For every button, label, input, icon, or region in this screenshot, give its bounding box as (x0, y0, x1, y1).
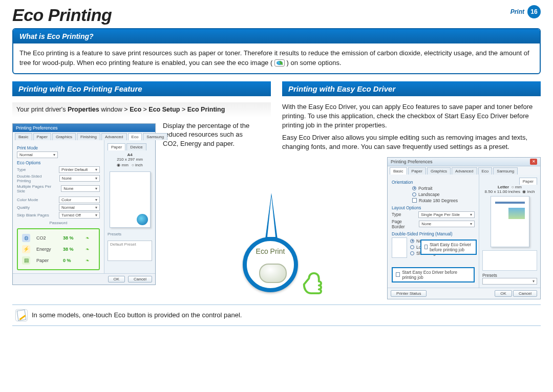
paper-icon: ▤ (22, 256, 30, 265)
shot1-tab: Samsung (143, 133, 167, 140)
shot2-ok-button: OK (495, 290, 512, 297)
shot2-cancel-button: Cancel (513, 290, 537, 297)
orientation-label: Orientation (392, 180, 475, 185)
shot2-tab: Graphics (427, 167, 451, 175)
printing-prefs-screenshot-2: Printing Preferences ✕ Basic Paper Graph… (387, 157, 541, 299)
presets-label: Presets (108, 232, 152, 236)
start-easy-eco-highlight: Start Easy Eco Driver before printing jo… (420, 239, 477, 255)
password-label: Password (49, 221, 67, 225)
whatis-body: The Eco printing is a feature to save pr… (13, 43, 540, 73)
result-value: 38 % (63, 235, 82, 241)
paper-dim: 8.50 x 11.00 inches (485, 189, 520, 194)
shot1-title: Printing Preferences (16, 125, 58, 130)
shot2-title: Printing Preferences (391, 159, 433, 164)
paper-name: A4 (127, 153, 132, 157)
print-mode-select: Normal (17, 151, 58, 158)
shot1-tab: Graphics (52, 133, 76, 140)
shot2-tab: Advanced (452, 167, 477, 175)
type-select: Single Page Per Side (418, 211, 475, 218)
radio-landscape (412, 192, 416, 197)
driver-path: Your print driver's Properties window > … (12, 102, 271, 117)
right-para2: Easy Eco Driver also allows you simple e… (282, 133, 541, 151)
result-simulator: ◍ CO2 38 % ❧ ⚡ Energy 38 % ❧ (17, 228, 100, 270)
close-icon: ✕ (530, 159, 537, 165)
right-para1: With the Easy Eco Driver, you can apply … (282, 102, 541, 130)
leaf-icon: ❧ (86, 247, 95, 252)
printer-status-button: Printer Status (391, 290, 427, 297)
shot1-right-tab: Device (126, 143, 146, 150)
start-easy-eco-label: Start Easy Eco Driver before printing jo… (430, 242, 473, 252)
shot1-cancel-button: Cancel (128, 276, 152, 282)
whatis-box: What is Eco Printing? The Eco printing i… (12, 28, 541, 74)
paper-dim: 210 x 297 mm (117, 157, 143, 162)
paper-preview (491, 196, 529, 247)
layout-label: Layout Options (392, 205, 475, 210)
chk-start-easy-eco (424, 245, 428, 249)
shot1-tab: Paper (33, 133, 51, 140)
path-properties: Properties (68, 106, 99, 113)
leaf-icon: ❧ (86, 258, 95, 263)
shot2-tab: Basic (390, 167, 407, 175)
shot1-tab-active: Eco (128, 133, 142, 140)
paper-preview (110, 171, 151, 228)
shot1-ok-button: OK (108, 276, 125, 282)
paper-name: Letter (498, 185, 509, 189)
path-prefix: Your print driver's (16, 106, 68, 113)
section-label: Print (511, 8, 524, 15)
finger-tap-icon (299, 264, 331, 295)
whatis-text-after: ) on some options. (287, 59, 342, 67)
eco-icon (274, 59, 285, 67)
eco-type-select: Printer Default (59, 166, 100, 173)
eco-print-hardware-button (259, 264, 287, 283)
note-icon (15, 309, 28, 321)
shot1-right-tab: Paper (108, 143, 125, 150)
footnote-text: In some models, one-touch Eco button is … (32, 311, 242, 319)
path-eco-printing: Eco Printing (187, 106, 225, 113)
page-number-badge: 16 (527, 5, 541, 18)
path-eco-setup: Eco Setup (148, 106, 180, 113)
border-select: None (419, 221, 475, 227)
right-section-bar: Printing with Easy Eco Driver (282, 81, 541, 96)
shot2-tab: Samsung (493, 167, 518, 175)
shot1-tab: Basic (15, 133, 32, 140)
start-easy-eco-highlight-2: Start Easy Eco Driver before printing jo… (392, 267, 475, 282)
printing-prefs-screenshot-1: Printing Preferences Basic Paper Graphic… (12, 123, 156, 285)
result-value: 38 % (63, 247, 82, 252)
result-label: Energy (36, 247, 60, 252)
eco-button-callout: Eco Print (243, 237, 325, 292)
presets-label: Presets (482, 273, 537, 278)
whatis-bar: What is Eco Printing? (13, 29, 540, 43)
chk-rotate (412, 198, 417, 203)
shot2-tab: Paper (408, 167, 426, 175)
shot2-tab: Eco (478, 167, 493, 175)
radio-portrait (412, 186, 416, 190)
eco-print-label: Eco Print (247, 247, 294, 255)
double-sided-label: Double-Sided Printing (Manual) (392, 231, 475, 236)
eco-options-label: Eco Options (17, 160, 100, 165)
footnote: In some models, one-touch Eco button is … (12, 304, 541, 326)
result-label: Paper (36, 258, 60, 263)
left-section-bar: Printing with Eco Printing Feature (12, 81, 271, 96)
path-eco: Eco (130, 106, 141, 113)
result-label: CO2 (36, 235, 60, 241)
energy-icon: ⚡ (22, 245, 30, 253)
page-title: Eco Printing (12, 5, 112, 25)
leaf-icon: ❧ (86, 235, 95, 241)
chk-start-easy-eco (396, 272, 400, 277)
result-value: 0 % (63, 258, 82, 263)
shot1-tab: Finishing (77, 133, 100, 140)
print-mode-label: Print Mode (17, 145, 100, 150)
shot1-tab: Advanced (101, 133, 127, 140)
co2-icon: ◍ (22, 234, 30, 242)
presets-box: Default Preset (108, 241, 152, 261)
page-number-box: Print 16 (511, 5, 541, 18)
result-sim-callout: Display the percentage of the reduced re… (163, 121, 255, 148)
